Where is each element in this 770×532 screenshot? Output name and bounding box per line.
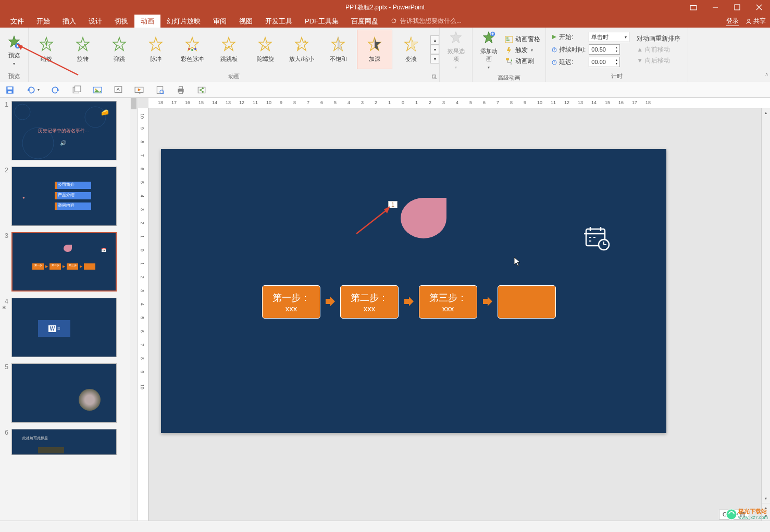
qat-image[interactable]	[93, 85, 102, 95]
svg-rect-76	[179, 86, 183, 89]
share-button[interactable]: 共享	[745, 17, 766, 26]
annotation-arrow-1	[16, 44, 83, 80]
gallery-more[interactable]: ▾	[430, 54, 439, 64]
svg-marker-23	[259, 37, 271, 50]
start-select[interactable]: 单击时▾	[589, 32, 629, 42]
svg-marker-45	[507, 47, 511, 54]
svg-point-20	[194, 48, 196, 50]
svg-marker-70	[138, 88, 141, 91]
animation-painter-button[interactable]: 动画刷	[505, 57, 540, 66]
tab-design[interactable]: 设计	[82, 15, 108, 28]
qat-print-preview[interactable]	[155, 85, 165, 95]
anim-spiral[interactable]: 陀螺旋	[247, 30, 283, 69]
cursor-icon	[514, 257, 521, 267]
qat-quick-print[interactable]	[176, 85, 185, 95]
advanced-group-label: 高级动画	[473, 73, 545, 83]
qat-share[interactable]	[197, 85, 206, 95]
start-label: 开始:	[551, 33, 586, 42]
svg-point-84	[15, 104, 30, 120]
tab-review[interactable]: 审阅	[207, 15, 233, 28]
svg-rect-77	[179, 91, 183, 94]
thumbnail-1[interactable]: 1 🧀 历史记录中的著名事件... 🔊	[0, 98, 138, 163]
anim-pulse[interactable]: 脉冲	[138, 30, 173, 69]
step3-box[interactable]: 第三步： xxx	[419, 285, 477, 319]
tab-slideshow[interactable]: 幻灯片放映	[160, 15, 207, 28]
thumbnail-6[interactable]: 6 此处填写此标题	[0, 426, 138, 458]
step2-box[interactable]: 第二步： xxx	[340, 285, 399, 319]
anim-teeter[interactable]: 跳跳板	[211, 30, 246, 69]
collapse-ribbon[interactable]: ^	[765, 73, 768, 79]
calendar-clock-icon[interactable]	[584, 225, 610, 251]
anim-group-launcher[interactable]	[432, 74, 437, 80]
qat-new-slide[interactable]	[72, 85, 81, 95]
step-arrow-1[interactable]	[325, 296, 336, 307]
move-earlier-button: ▲向前移动	[637, 45, 680, 54]
qat-redo[interactable]	[51, 85, 60, 95]
tab-file[interactable]: 文件	[4, 15, 30, 28]
svg-point-18	[188, 48, 190, 50]
thumbnail-scrollbar[interactable]	[130, 98, 138, 521]
thumbnail-4[interactable]: 4✱ W ≡	[0, 295, 138, 360]
step1-box[interactable]: 第一步： xxx	[262, 285, 320, 319]
move-later-button: ▼向后移动	[637, 56, 680, 65]
svg-point-22	[228, 46, 230, 47]
anim-desaturate[interactable]: 不饱和	[320, 30, 356, 69]
anim-colorpulse[interactable]: 彩色脉冲	[175, 30, 210, 69]
anim-darken[interactable]: 加深	[357, 30, 392, 69]
horizontal-ruler: 1817161514131211109876543210123456789101…	[148, 98, 770, 108]
tell-me-search[interactable]: 告诉我您想要做什么...	[391, 15, 462, 28]
svg-marker-56	[17, 44, 23, 50]
svg-rect-0	[690, 6, 697, 10]
qat-save[interactable]	[5, 85, 15, 95]
animation-pane-button[interactable]: 动画窗格	[505, 35, 540, 44]
gallery-down[interactable]: ▾	[430, 45, 439, 54]
title-bar: PPT教程2.pptx - PowerPoint	[0, 0, 770, 15]
watermark: 极光下载站 www.jxz7.com	[726, 508, 768, 521]
step-arrow-3[interactable]	[482, 296, 493, 307]
anim-growshrink[interactable]: 放大/缩小	[284, 30, 319, 69]
tab-view[interactable]: 视图	[233, 15, 259, 28]
slide-canvas[interactable]: 1	[161, 149, 666, 433]
svg-marker-37	[451, 32, 462, 43]
tab-home[interactable]: 开始	[30, 15, 56, 28]
delay-input[interactable]: 00.00▴▾	[589, 57, 620, 67]
qat-text-box[interactable]: A	[114, 85, 123, 95]
svg-point-101	[726, 509, 737, 520]
ribbon-opts-button[interactable]	[682, 0, 704, 15]
trigger-button[interactable]: 触发 ▾	[505, 46, 540, 55]
svg-point-7	[748, 19, 750, 21]
editor-vertical-scrollbar[interactable]: ▴ ▾ ▴ ▾	[761, 108, 770, 521]
svg-point-19	[191, 49, 193, 51]
tab-animations[interactable]: 动画	[134, 15, 160, 28]
svg-marker-99	[404, 297, 414, 306]
thumbnail-2[interactable]: 2 公司简介 产品介绍 举例内容 ●	[0, 163, 138, 229]
gallery-up[interactable]: ▴	[430, 35, 439, 45]
tab-baidu[interactable]: 百度网盘	[345, 15, 384, 28]
add-animation-button[interactable]: 添加动画 ▾	[476, 29, 502, 72]
maximize-button[interactable]	[726, 0, 748, 15]
svg-rect-63	[75, 86, 81, 92]
minimize-button[interactable]	[704, 0, 726, 15]
anim-bounce[interactable]: 弹跳	[102, 30, 137, 69]
thumbnail-5[interactable]: 5	[0, 360, 138, 426]
tab-developer[interactable]: 开发工具	[259, 15, 299, 28]
login-link[interactable]: 登录	[726, 17, 739, 26]
duration-input[interactable]: 00.50▴▾	[589, 44, 620, 55]
tab-pdf[interactable]: PDF工具集	[299, 15, 345, 28]
status-bar	[0, 521, 770, 532]
thumbnail-3[interactable]: 3 📅 第一步 ▶ 第二步 ▶ 第三步 ▶	[0, 229, 138, 295]
anim-lighten[interactable]: 变淡	[393, 30, 429, 69]
tab-insert[interactable]: 插入	[56, 15, 82, 28]
tab-transitions[interactable]: 切换	[108, 15, 134, 28]
step4-box[interactable]	[498, 285, 556, 319]
step-arrow-2[interactable]	[403, 296, 415, 307]
svg-rect-59	[8, 91, 12, 93]
svg-point-79	[200, 89, 201, 91]
svg-rect-43	[506, 37, 508, 39]
qat-undo[interactable]	[26, 85, 35, 95]
pink-shape[interactable]	[401, 198, 446, 238]
quick-access-toolbar: ▾ A	[0, 82, 770, 98]
tell-me-placeholder: 告诉我您想要做什么...	[400, 17, 462, 26]
close-button[interactable]	[748, 0, 770, 15]
qat-slideshow-current[interactable]	[134, 85, 144, 95]
